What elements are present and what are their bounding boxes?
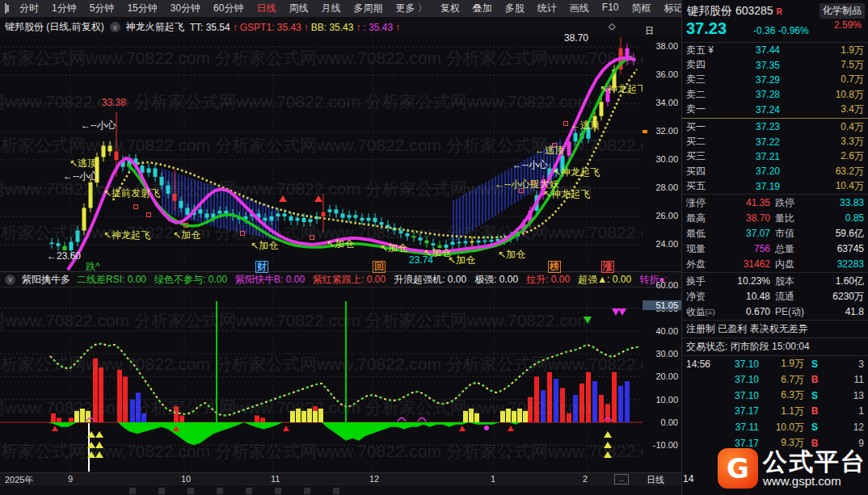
sell-row[interactable]: 卖一37.243.4万: [682, 103, 868, 117]
taskbar-icon[interactable]: [188, 488, 194, 494]
indicator-tick: 0.00: [661, 417, 678, 427]
window-icon[interactable]: [5, 3, 6, 14]
industry-badge[interactable]: 化学制品: [820, 3, 865, 19]
indicator-plot: [0, 287, 643, 472]
sell-row[interactable]: 卖二37.2810.8万: [682, 87, 868, 102]
price-tick: 30.00: [655, 154, 678, 164]
margin-flag: R: [777, 7, 782, 16]
buy-row[interactable]: 买二37.223.3万: [682, 134, 868, 149]
taskbar-icon[interactable]: [275, 488, 281, 494]
price-tick: 26.00: [655, 211, 678, 220]
price-tick: 36.00: [655, 69, 678, 79]
sub-indicator-value: 拉升: 0.00: [526, 274, 570, 285]
indicator-value: BB: 35.43: [311, 22, 354, 33]
trade-status: 交易状态: 闭市阶段 15:00:04: [682, 338, 868, 355]
sub-chart[interactable]: [0, 287, 643, 472]
main-price-axis: 38.0036.0034.0032.0030.0028.0026.0024.00…: [643, 36, 681, 271]
tick-row[interactable]: 37.106.3万S13: [682, 388, 868, 404]
stock-name: 键邦股份: [687, 4, 732, 17]
stat-row: 涨停41.35跌停33.83: [682, 195, 868, 211]
taskbar-icon[interactable]: [333, 488, 339, 494]
chevron-down-icon[interactable]: ∨: [5, 275, 15, 285]
indicator-value: GSPT1: 35.43: [240, 22, 301, 33]
menu-item-F10[interactable]: F10: [596, 2, 626, 15]
candlestick-plot: [0, 36, 643, 271]
listing-info: 注册制 已盈利 表决权无差异: [682, 320, 868, 338]
indicator-tick: 20.00: [655, 371, 678, 381]
time-tick: 11: [271, 474, 280, 484]
buy-row[interactable]: 买五37.1910.4万: [682, 179, 868, 194]
menu-item-简框[interactable]: 简框: [625, 2, 657, 15]
menu-item-30分钟[interactable]: 30分钟: [164, 2, 207, 15]
menu-item-更多 〉[interactable]: 更多 〉: [389, 2, 433, 15]
gspt-logo-url: www.gspt.com: [763, 474, 866, 488]
indicator-value: ↑: [233, 22, 238, 33]
taskbar-icon[interactable]: [129, 488, 136, 494]
indicator-tick: 60.00: [655, 280, 678, 290]
menu-item-多周期[interactable]: 多周期: [347, 2, 389, 15]
buy-row[interactable]: 买一37.230.4万: [682, 120, 868, 134]
tick-time-partial: 14: [683, 473, 693, 485]
stats-grid: 涨停41.35跌停33.83最高38.70量比0.85最低37.07市值59.6…: [682, 194, 868, 272]
menu-item-多股[interactable]: 多股: [499, 2, 531, 15]
menu-item-分时[interactable]: 分时: [13, 2, 45, 15]
buy-row[interactable]: 买四37.2063.2万: [682, 164, 868, 178]
indicator-value: TT: 35.54: [190, 22, 230, 33]
price-change: -0.36 -0.96%: [753, 25, 809, 36]
time-tick: 2: [583, 474, 588, 484]
sub-indicator-value: 绿色不参与: 0.00: [154, 274, 227, 285]
main-chart[interactable]: [0, 36, 643, 271]
indicator-tick: 40.00: [655, 326, 678, 336]
stat-row: 换手10.23%股本1.60亿: [682, 274, 868, 289]
sell-row[interactable]: 卖三37.290.7万: [682, 73, 868, 87]
menu-item-60分钟[interactable]: 60分钟: [207, 2, 250, 15]
sub-indicator-value: 极强: 0.00: [474, 274, 518, 285]
indicator-name[interactable]: 神龙火箭起飞: [126, 20, 184, 34]
menu-item-1分钟[interactable]: 1分钟: [45, 2, 83, 15]
menu-item-15分钟[interactable]: 15分钟: [120, 2, 163, 15]
taskbar-icon[interactable]: [217, 488, 223, 494]
time-more-button[interactable]: ‥: [614, 474, 629, 485]
tick-row[interactable]: 37.1110.0万S12: [682, 419, 868, 435]
stat-row: 最低37.07市值59.6亿: [682, 226, 868, 241]
crosshair-value-badge: 51.05: [643, 300, 681, 310]
industry-change: 2.59%: [834, 19, 862, 31]
indicator-values: TT: 35.54↑GSPT1: 35.43↑BB: 35.43↑: 35.43…: [190, 22, 403, 33]
chart-header: 键邦股份 (日线,前复权) ∨ 神龙火箭起飞 TT: 35.54↑GSPT1: …: [0, 18, 681, 36]
menu-item-画线[interactable]: 画线: [563, 2, 596, 15]
taskbar-icon[interactable]: [304, 488, 310, 494]
menu-item-复权[interactable]: 复权: [434, 2, 466, 15]
buy-row[interactable]: 买三37.212.6万: [682, 149, 868, 164]
sub-indicator-values: 二线差RSI: 0.00绿色不参与: 0.00紫阳快牛B: 0.00紫红紧跟上:…: [77, 273, 676, 287]
stats-grid-2: 换手10.23%股本1.60亿净资10.48流通6230万收益㈢0.670PE(…: [682, 272, 868, 320]
menu-item-5分钟[interactable]: 5分钟: [83, 2, 121, 15]
tick-row[interactable]: 37.171.1万B1: [682, 404, 868, 420]
period-corner-icon[interactable]: 日: [645, 25, 654, 37]
quote-panel: 键邦股份 603285 R 化学制品 2.59% 37.23 -0.36 -0.…: [681, 0, 868, 495]
menu-item-统计[interactable]: 统计: [531, 2, 563, 15]
sell-row[interactable]: 卖四37.357.5万: [682, 57, 868, 72]
tick-row[interactable]: 37.106.7万B11: [682, 372, 868, 388]
chevron-down-icon[interactable]: ∨: [110, 22, 120, 32]
price-tick: 24.00: [655, 239, 678, 249]
gspt-logo-icon: G: [718, 448, 758, 489]
taskbar-icon[interactable]: [158, 488, 165, 494]
menu-item-月线[interactable]: 月线: [314, 2, 347, 15]
indicator-tick: 30.00: [655, 349, 678, 359]
price-tick: 38.00: [655, 41, 678, 51]
indicator-tick: -10.00: [653, 440, 678, 450]
menu-item-日线[interactable]: 日线: [250, 2, 282, 15]
sell-row[interactable]: 卖五 ¥37.441.9万: [682, 43, 868, 57]
last-price: 37.23: [686, 19, 727, 38]
indicator-value: ↑: [395, 22, 400, 33]
indicator-tick: 10.00: [655, 395, 678, 405]
gspt-logo[interactable]: G 公式平台 www.gspt.com: [718, 448, 866, 489]
menu-item-周线[interactable]: 周线: [282, 2, 314, 15]
stock-code: 603285: [735, 4, 773, 17]
sub-indicator-name[interactable]: 紫阳擒牛多: [22, 273, 70, 287]
price-tick: 34.00: [655, 98, 678, 107]
time-tick: 9: [68, 474, 73, 484]
tick-row[interactable]: 14:5637.101.9万S3: [682, 356, 868, 372]
menu-item-叠加[interactable]: 叠加: [466, 2, 499, 15]
taskbar-icon[interactable]: [246, 488, 252, 494]
